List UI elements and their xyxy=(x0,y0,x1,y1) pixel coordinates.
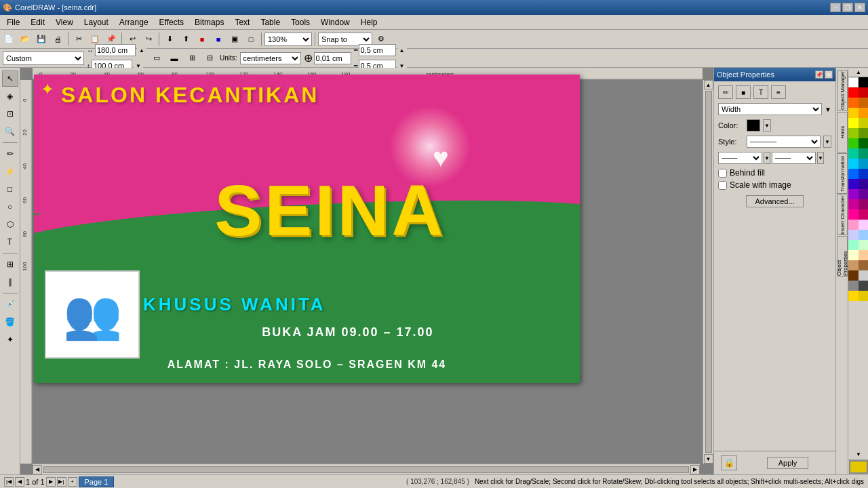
swatch-cyan[interactable] xyxy=(848,159,859,169)
swatch-black[interactable] xyxy=(859,77,868,87)
scroll-left-btn[interactable]: ◀ xyxy=(33,465,42,474)
panel-pin-btn[interactable]: 📌 xyxy=(815,70,823,79)
tab-transformation[interactable]: Transformation xyxy=(837,153,848,194)
scale-image-checkbox[interactable] xyxy=(718,181,727,190)
swatch-rose[interactable] xyxy=(859,209,869,220)
menu-view[interactable]: View xyxy=(50,15,79,29)
swatch-yellow-special2[interactable] xyxy=(859,291,869,301)
menu-text[interactable]: Text xyxy=(229,15,255,29)
text-tool[interactable]: T xyxy=(2,234,18,250)
swatch-orange[interactable] xyxy=(848,98,859,108)
menu-table[interactable]: Table xyxy=(255,15,285,29)
fill-icon-btn[interactable]: ■ xyxy=(736,85,751,99)
bleed-btn[interactable]: ⊟ xyxy=(202,51,217,66)
v-scroll-thumb[interactable] xyxy=(705,91,712,453)
swatch-darkteal[interactable] xyxy=(859,148,869,159)
swatch-peach[interactable] xyxy=(859,250,869,260)
swatch-blue[interactable] xyxy=(848,169,859,179)
scroll-down-btn[interactable]: ▼ xyxy=(704,454,713,464)
interactive-tool[interactable]: ✦ xyxy=(2,331,18,348)
parallel-tool[interactable]: ∥ xyxy=(2,274,18,290)
scroll-up-btn[interactable]: ▲ xyxy=(704,80,713,89)
swatch-lightgreen[interactable] xyxy=(859,240,869,250)
landscape-btn[interactable]: ▬ xyxy=(167,51,182,66)
zoom-tool[interactable]: 🔍 xyxy=(2,123,18,140)
swatch-darkyellow[interactable] xyxy=(859,118,869,128)
swatch-brown[interactable] xyxy=(859,260,869,270)
menu-file[interactable]: File xyxy=(1,15,25,29)
swatch-teal[interactable] xyxy=(848,148,859,159)
freehand-tool[interactable]: ✏ xyxy=(2,146,18,162)
polygon-tool[interactable]: ⬡ xyxy=(2,216,18,232)
width-increment[interactable]: ▲ xyxy=(137,43,146,58)
width-property-select[interactable]: Width xyxy=(718,103,822,115)
menu-tools[interactable]: Tools xyxy=(285,15,315,29)
h-scrollbar[interactable]: ◀ ▶ xyxy=(33,464,700,474)
style-select[interactable]: ───── xyxy=(747,136,821,148)
zoom-select[interactable]: 130% 100% 75% xyxy=(264,33,312,46)
swatch-violet[interactable] xyxy=(848,189,859,199)
outline-w1-input[interactable] xyxy=(359,44,396,56)
table-tool[interactable]: ⊞ xyxy=(2,256,18,272)
last-page-btn[interactable]: ▶| xyxy=(57,477,66,487)
cut-button[interactable]: ✂ xyxy=(71,32,86,47)
palette-scroll-down[interactable]: ▼ xyxy=(848,450,868,460)
swatch-gold[interactable] xyxy=(848,108,859,118)
swatch-olive[interactable] xyxy=(859,128,869,138)
v-scrollbar[interactable]: ▲ ▼ xyxy=(703,80,713,464)
menu-edit[interactable]: Edit xyxy=(25,15,50,29)
swatch-darkindigo[interactable] xyxy=(859,179,869,189)
swatch-darkbrown[interactable] xyxy=(848,270,859,281)
tab-hints[interactable]: Hints xyxy=(837,112,848,152)
close-button[interactable]: ✕ xyxy=(854,3,865,12)
fill-tool[interactable]: 🪣 xyxy=(2,314,18,330)
fill-btn[interactable]: ▣ xyxy=(227,32,242,47)
line-end-select[interactable]: ─── xyxy=(772,152,816,164)
line-end-arrow[interactable]: ▼ xyxy=(817,152,824,164)
menu-bitmaps[interactable]: Bitmaps xyxy=(189,15,229,29)
nudge-input[interactable] xyxy=(314,52,351,64)
swatch-white[interactable] xyxy=(848,77,859,87)
line-start-select[interactable]: ─── xyxy=(718,152,762,164)
next-page-btn[interactable]: ▶ xyxy=(46,477,56,487)
color-swatch-black[interactable] xyxy=(747,119,760,131)
advanced-button[interactable]: Advanced... xyxy=(746,195,803,207)
palette-scroll-up[interactable]: ▲ xyxy=(848,68,868,77)
swatch-gray[interactable] xyxy=(848,281,859,291)
para-icon-btn[interactable]: ≡ xyxy=(771,85,786,99)
swatch-darkred[interactable] xyxy=(859,87,869,98)
save-button[interactable]: 💾 xyxy=(34,32,49,47)
swatch-magenta[interactable] xyxy=(848,199,859,209)
text-icon-btn[interactable]: T xyxy=(753,85,768,99)
swatch-darkgray[interactable] xyxy=(859,281,869,291)
swatch-lightgray[interactable] xyxy=(859,270,869,281)
menu-window[interactable]: Window xyxy=(315,15,355,29)
swatch-mint[interactable] xyxy=(848,240,859,250)
preset-select[interactable]: Custom xyxy=(3,52,84,65)
swatch-lightyellow[interactable] xyxy=(848,250,859,260)
units-select[interactable]: centimeters inches pixels xyxy=(240,52,301,64)
add-page-btn[interactable]: + xyxy=(68,477,77,487)
swatch-amber[interactable] xyxy=(859,108,869,118)
h-scroll-thumb[interactable] xyxy=(43,466,689,473)
swatch-darkgreen[interactable] xyxy=(859,138,869,148)
shape-tool[interactable]: ◈ xyxy=(2,88,18,104)
rect-tool[interactable]: □ xyxy=(2,181,18,197)
tab-object-properties[interactable]: Object Properties xyxy=(837,236,848,277)
export-button[interactable]: ⬆ xyxy=(178,32,193,47)
eyedropper-tool[interactable]: 💉 xyxy=(2,296,18,312)
swatch-purple[interactable] xyxy=(859,189,869,199)
open-button[interactable]: 📂 xyxy=(18,32,33,47)
maximize-button[interactable]: ❐ xyxy=(842,3,853,12)
swatch-hotpink[interactable] xyxy=(848,209,859,220)
swatch-red[interactable] xyxy=(848,87,859,98)
color-btn2[interactable]: ■ xyxy=(211,32,226,47)
ellipse-tool[interactable]: ○ xyxy=(2,199,18,215)
select-tool[interactable]: ↖ xyxy=(2,70,18,87)
swatch-darkcyan[interactable] xyxy=(859,159,869,169)
color-dropdown-btn[interactable]: ▼ xyxy=(763,119,771,131)
portrait-btn[interactable]: ▭ xyxy=(149,51,164,66)
swatch-yellow-special[interactable] xyxy=(848,291,859,301)
apply-button[interactable]: Apply xyxy=(767,457,809,469)
swatch-darkblue[interactable] xyxy=(859,169,869,179)
